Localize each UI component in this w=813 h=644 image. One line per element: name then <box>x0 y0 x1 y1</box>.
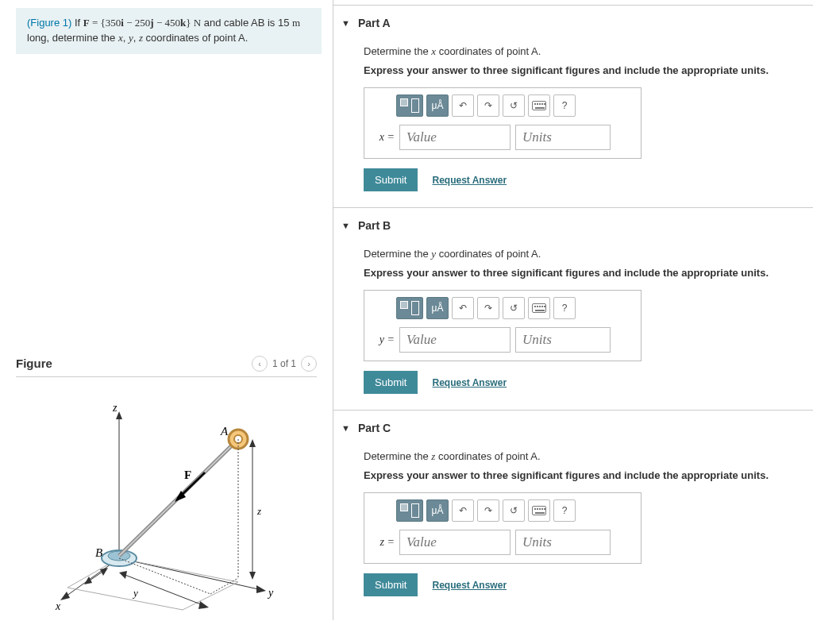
units-button[interactable]: μÅ <box>426 499 449 522</box>
reset-button[interactable]: ↺ <box>503 94 525 117</box>
undo-button[interactable]: ↶ <box>452 94 474 117</box>
svg-marker-30 <box>198 601 209 609</box>
problem-text: If <box>71 17 83 29</box>
svg-text:B: B <box>95 546 102 559</box>
force-symbol: F <box>83 17 90 29</box>
svg-line-23 <box>210 578 238 594</box>
templates-button[interactable] <box>396 499 423 522</box>
part-title: Part A <box>358 17 391 29</box>
svg-marker-4 <box>60 592 70 600</box>
figure-counter: 1 of 1 <box>272 358 296 369</box>
problem-text: , <box>133 32 139 44</box>
part-instruction: Express your answer to three significant… <box>364 64 805 76</box>
part-prompt: Determine the y coordinates of point A. <box>364 248 805 260</box>
request-answer-link[interactable]: Request Answer <box>432 175 507 186</box>
redo-button[interactable]: ↷ <box>477 94 499 117</box>
keyboard-button[interactable] <box>528 94 550 117</box>
problem-text: − 250 <box>124 17 150 29</box>
problem-text: and cable AB is 15 <box>201 17 292 29</box>
svg-text:y: y <box>132 587 138 599</box>
reset-button[interactable]: ↺ <box>503 499 525 522</box>
part-title: Part C <box>358 422 391 434</box>
variable-label: x = <box>372 131 395 144</box>
value-input[interactable] <box>399 327 511 353</box>
svg-marker-7 <box>256 585 266 593</box>
svg-text:z: z <box>256 505 261 517</box>
svg-marker-29 <box>119 571 127 579</box>
figure-title: Figure <box>16 357 52 370</box>
part-instruction: Express your answer to three significant… <box>364 267 805 279</box>
undo-button[interactable]: ↶ <box>452 499 474 522</box>
keyboard-icon <box>532 101 546 110</box>
figure-next-button[interactable]: › <box>301 356 317 372</box>
part-b: ▼ Part B Determine the y coordinates of … <box>333 207 813 410</box>
problem-text: , <box>123 32 129 44</box>
collapse-caret-icon[interactable]: ▼ <box>341 221 350 230</box>
part-c: ▼ Part C Determine the z coordinates of … <box>333 410 813 612</box>
units-button[interactable]: μÅ <box>426 94 449 117</box>
problem-text: = {350 <box>90 17 121 29</box>
part-prompt: Determine the z coordinates of point A. <box>364 450 805 463</box>
value-input[interactable] <box>399 125 511 150</box>
variable-label: y = <box>372 334 395 346</box>
answer-box: μÅ ↶ ↷ ↺ ? y = <box>364 290 642 361</box>
collapse-caret-icon[interactable]: ▼ <box>341 18 350 28</box>
variable-label: z = <box>372 536 395 549</box>
keyboard-button[interactable] <box>528 297 550 319</box>
part-instruction: Express your answer to three significant… <box>364 469 805 481</box>
svg-text:y: y <box>267 587 274 599</box>
part-prompt: Determine the x coordinates of point A. <box>364 45 805 58</box>
templates-button[interactable] <box>396 94 423 117</box>
request-answer-link[interactable]: Request Answer <box>432 377 507 388</box>
keyboard-icon <box>532 506 546 515</box>
figure-prev-button[interactable]: ‹ <box>252 356 268 372</box>
problem-statement: (Figure 1) If F = {350i − 250j − 450k} N… <box>16 8 322 54</box>
svg-text:F: F <box>184 469 191 481</box>
keyboard-button[interactable] <box>528 499 550 522</box>
submit-button[interactable]: Submit <box>364 168 418 191</box>
help-button[interactable]: ? <box>553 297 576 319</box>
redo-button[interactable]: ↷ <box>477 297 499 319</box>
problem-text: coordinates of point A. <box>143 32 248 44</box>
request-answer-link[interactable]: Request Answer <box>432 580 507 591</box>
answer-box: μÅ ↶ ↷ ↺ ? z = <box>364 492 642 564</box>
problem-text: − 450 <box>154 17 180 29</box>
undo-button[interactable]: ↶ <box>452 297 474 319</box>
svg-text:z: z <box>112 402 118 414</box>
collapse-caret-icon[interactable]: ▼ <box>341 423 350 433</box>
svg-marker-33 <box>100 568 108 576</box>
units-input[interactable] <box>515 125 611 150</box>
templates-button[interactable] <box>396 297 423 319</box>
help-button[interactable]: ? <box>553 94 576 117</box>
svg-text:A: A <box>220 425 229 438</box>
value-input[interactable] <box>399 530 511 555</box>
keyboard-icon <box>532 303 546 313</box>
part-a: ▼ Part A Determine the x coordinates of … <box>333 5 813 207</box>
problem-text: long, determine the <box>27 32 118 44</box>
units-button[interactable]: μÅ <box>426 297 449 319</box>
units-input[interactable] <box>515 327 611 353</box>
help-button[interactable]: ? <box>553 499 576 522</box>
redo-button[interactable]: ↷ <box>477 499 499 522</box>
svg-line-6 <box>119 558 262 590</box>
units-input[interactable] <box>515 530 611 555</box>
figure-diagram: z x y <box>16 391 317 614</box>
submit-button[interactable]: Submit <box>364 371 418 394</box>
svg-marker-25 <box>249 439 256 447</box>
reset-button[interactable]: ↺ <box>503 297 525 319</box>
svg-text:x: x <box>55 600 61 612</box>
submit-button[interactable]: Submit <box>364 573 418 596</box>
svg-marker-26 <box>249 572 256 580</box>
answer-box: μÅ ↶ ↷ ↺ ? x = <box>364 87 642 159</box>
problem-text: } N <box>186 17 201 29</box>
figure-link[interactable]: (Figure 1) <box>27 17 71 29</box>
length-unit: m <box>292 17 300 29</box>
part-title: Part B <box>358 219 391 232</box>
